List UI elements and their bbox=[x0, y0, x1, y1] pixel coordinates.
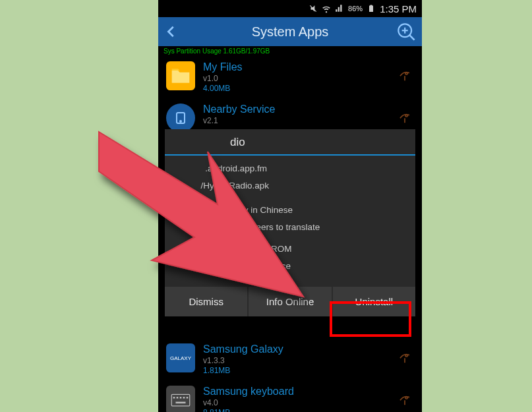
app-row-samsung-keyboard[interactable]: Samsung keyboard v4.0 8.81MB bbox=[158, 380, 422, 412]
signal-icon bbox=[335, 4, 344, 13]
keyboard-icon bbox=[166, 386, 195, 412]
search-zoom-button[interactable] bbox=[393, 18, 419, 45]
gesture-icon[interactable] bbox=[396, 347, 414, 366]
galaxy-icon: GALAXY bbox=[166, 343, 195, 372]
app-size: 8.81MB bbox=[203, 408, 294, 412]
svg-line-4 bbox=[409, 35, 414, 40]
svg-rect-9 bbox=[171, 394, 190, 406]
battery-percent: 86% bbox=[348, 5, 363, 13]
app-info-dialog: xxxxxxxxxxdio xxxxxxx.android.app.fm xxx… bbox=[158, 129, 422, 316]
app-name: Samsung Galaxy bbox=[203, 343, 283, 355]
app-name: My Files bbox=[203, 61, 243, 73]
app-version: v1.0 bbox=[203, 74, 243, 83]
app-version: v2.1 bbox=[203, 116, 275, 125]
title-bar: System Apps bbox=[158, 17, 422, 46]
app-row-my-files[interactable]: My Files v1.0 4.00MB bbox=[158, 56, 422, 98]
svg-rect-2 bbox=[370, 5, 372, 7]
status-bar: 86% 1:35 PM bbox=[158, 0, 422, 17]
svg-rect-11 bbox=[177, 397, 179, 399]
dismiss-button[interactable]: Dismiss bbox=[165, 287, 249, 316]
uninstall-button[interactable]: Uninstall bbox=[333, 287, 415, 316]
svg-point-8 bbox=[180, 121, 181, 122]
app-size: 1.81MB bbox=[203, 366, 283, 375]
app-version: v4.0 bbox=[203, 398, 294, 407]
svg-rect-14 bbox=[187, 397, 189, 399]
page-title: System Apps bbox=[158, 24, 422, 40]
battery-icon bbox=[367, 4, 376, 13]
app-version: v1.3.3 bbox=[203, 356, 283, 365]
svg-rect-10 bbox=[173, 397, 175, 399]
app-size: 4.00MB bbox=[203, 84, 243, 93]
gesture-icon[interactable] bbox=[396, 65, 414, 84]
dialog-title: xxxxxxxxxxdio bbox=[165, 129, 415, 154]
svg-rect-15 bbox=[176, 402, 186, 404]
mute-icon bbox=[309, 4, 318, 13]
app-name: Nearby Service bbox=[203, 103, 275, 115]
gesture-icon[interactable] bbox=[396, 390, 414, 408]
dialog-divider bbox=[165, 154, 415, 156]
svg-rect-12 bbox=[180, 397, 182, 399]
package-name: .android.app.fm bbox=[205, 163, 267, 173]
dialog-body: xxxxxxx.android.app.fm xxxxxx/HybridRadi… bbox=[165, 161, 415, 283]
folder-icon bbox=[166, 61, 195, 90]
dialog-button-row: Dismiss Info Online Uninstall bbox=[165, 287, 415, 316]
app-name: Samsung keyboard bbox=[203, 386, 294, 397]
partition-usage: Sys Partition Usage 1.61GB/1.97GB bbox=[158, 46, 422, 56]
info-online-button[interactable]: Info Online bbox=[249, 287, 332, 316]
apk-path: /HybridRadio.apk bbox=[201, 181, 270, 191]
svg-rect-13 bbox=[183, 397, 185, 399]
gesture-icon[interactable] bbox=[396, 107, 414, 126]
svg-rect-1 bbox=[369, 6, 373, 13]
phone-frame: 86% 1:35 PM System Apps Sys Partition Us… bbox=[158, 0, 422, 412]
app-row-samsung-galaxy[interactable]: GALAXY Samsung Galaxy v1.3.3 1.81MB bbox=[158, 338, 422, 380]
nearby-icon bbox=[166, 103, 195, 132]
clock: 1:35 PM bbox=[380, 3, 417, 15]
wifi-icon bbox=[322, 4, 331, 13]
